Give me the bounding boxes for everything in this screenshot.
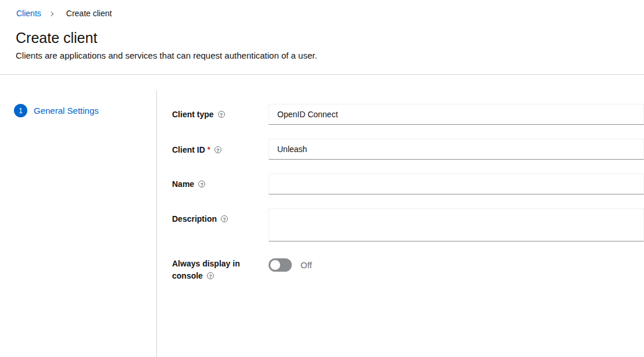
page-header: Clients Create client Create client Clie… (0, 0, 644, 75)
name-control (269, 174, 644, 194)
required-indicator: * (207, 145, 210, 154)
switch-state-label: Off (300, 260, 312, 270)
help-icon[interactable]: ? (221, 215, 228, 222)
page-subtitle: Clients are applications and services th… (16, 50, 630, 62)
description-textarea[interactable] (269, 208, 644, 241)
switch-wrap: Off (269, 258, 644, 272)
switch-knob-icon (270, 260, 280, 270)
wizard-nav: 1 General Settings (0, 90, 157, 357)
name-label-text: Name (172, 179, 194, 189)
client-type-control (269, 104, 644, 125)
client-id-label-text: Client ID (172, 145, 205, 154)
description-row: Description? (172, 208, 644, 241)
page-title: Create client (16, 30, 630, 46)
always-display-control: Off (269, 258, 644, 272)
help-icon[interactable]: ? (218, 111, 225, 118)
client-id-input[interactable] (269, 139, 644, 160)
breadcrumb-clients-link[interactable]: Clients (16, 9, 41, 18)
always-display-row: Always display in console? Off (172, 258, 644, 282)
wizard-step-label: General Settings (34, 106, 99, 116)
always-display-label: Always display in console? (172, 258, 259, 282)
name-input[interactable] (269, 174, 644, 194)
description-label-text: Description (172, 214, 217, 223)
general-settings-form: Client type? Client ID*? Name? (157, 90, 644, 357)
description-control (269, 208, 644, 241)
help-icon[interactable]: ? (207, 272, 214, 279)
client-type-select[interactable] (269, 104, 644, 125)
always-display-label-text: Always display in console (172, 259, 240, 280)
breadcrumb: Clients Create client (16, 9, 630, 18)
wizard-step-general-settings[interactable]: 1 General Settings (14, 104, 156, 117)
client-type-row: Client type? (172, 104, 644, 125)
help-icon[interactable]: ? (214, 146, 221, 153)
angle-right-icon (49, 11, 53, 16)
client-id-row: Client ID*? (172, 139, 644, 160)
always-display-switch[interactable] (269, 258, 292, 272)
client-type-label: Client type? (172, 104, 259, 121)
step-number-badge: 1 (14, 104, 27, 117)
name-label: Name? (172, 174, 259, 190)
content-area: 1 General Settings Client type? Client I… (0, 75, 644, 357)
client-id-label: Client ID*? (172, 139, 259, 156)
client-type-label-text: Client type (172, 110, 214, 119)
breadcrumb-current-item: Create client (66, 9, 112, 18)
client-id-control (269, 139, 644, 160)
description-label: Description? (172, 208, 259, 225)
name-row: Name? (172, 174, 644, 194)
help-icon[interactable]: ? (198, 181, 205, 187)
create-client-page: Clients Create client Create client Clie… (0, 0, 644, 357)
